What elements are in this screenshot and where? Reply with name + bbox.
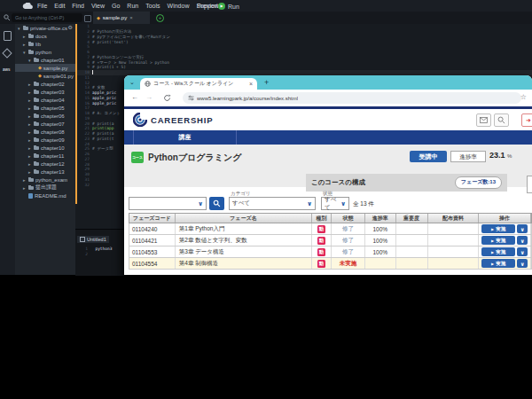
column-header-1[interactable]: フェーズコード xyxy=(129,214,176,223)
tree-item-docs[interactable]: ▸docs xyxy=(15,32,75,40)
run-phase-button[interactable]: ▶実施 xyxy=(481,259,515,268)
tree-item-chapter09[interactable]: ▸chapter09 xyxy=(15,136,75,144)
browser-new-tab-icon[interactable]: + xyxy=(264,78,269,87)
row-expand-button[interactable]: ∨ xyxy=(517,236,528,245)
menu-item-find[interactable]: Find xyxy=(72,3,84,9)
tree-item-sample01.py[interactable]: ◆sample01.py xyxy=(15,72,75,80)
aws-icon[interactable]: aws xyxy=(3,67,11,72)
tree-item-chapter03[interactable]: ▸chapter03 xyxy=(15,88,75,96)
run-phase-button[interactable]: ▶実施 xyxy=(481,236,515,245)
table-row[interactable]: 01104553第3章 データ構造動修了100%▶実施∨ xyxy=(129,246,532,258)
menu-item-tools[interactable]: Tools xyxy=(145,3,160,9)
chevron-closed-icon: ▸ xyxy=(28,129,33,135)
run-button[interactable]: ▶ Run xyxy=(218,2,239,11)
preview-button[interactable]: Preview xyxy=(197,0,219,12)
tree-item-chapter06[interactable]: ▸chapter06 xyxy=(15,112,75,120)
outline-panel-icon[interactable] xyxy=(2,48,12,58)
forward-icon[interactable]: → xyxy=(145,93,153,101)
tab-sample-py[interactable]: ◆ sample.py × xyxy=(93,12,150,24)
category-select[interactable]: すべて ∨ xyxy=(229,197,316,210)
menu-item-file[interactable]: File xyxy=(37,3,47,9)
tree-item-chapter08[interactable]: ▸chapter08 xyxy=(15,128,75,136)
table-row[interactable]: 01104554第4章 制御構造動未実施▶実施∨ xyxy=(129,258,532,270)
reload-icon[interactable] xyxy=(163,94,171,102)
url-bar[interactable]: www5.learningpark.jp/a/course/index.shtm… xyxy=(183,92,521,104)
tree-item-private-office.cs[interactable]: ▾private-office.cs⚙ xyxy=(15,24,75,32)
tab-search-chevron-icon[interactable]: ⌄ xyxy=(129,79,135,86)
console-tab[interactable]: Untitled1 xyxy=(77,236,109,243)
line-number: 2 xyxy=(77,29,92,34)
python-file-icon: ◆ xyxy=(97,16,100,20)
menu-item-view[interactable]: View xyxy=(91,3,105,9)
cell-materials xyxy=(428,258,480,269)
tree-item-chapter11[interactable]: ▸chapter11 xyxy=(15,152,75,160)
column-header-2[interactable]: フェーズ名 xyxy=(176,214,312,223)
gear-icon[interactable]: ⚙ xyxy=(68,24,73,30)
tree-item-README.md[interactable]: README.md xyxy=(15,192,75,200)
menu-item-go[interactable]: Go xyxy=(112,3,120,9)
tree-item-label: docs xyxy=(35,34,47,39)
console-body[interactable]: 1 python32 xyxy=(75,246,127,256)
table-row[interactable]: 01104240第1章 Python入門動修了100%▶実施∨ xyxy=(129,223,532,235)
nav-item-kouza[interactable]: 講座 xyxy=(133,130,237,145)
row-expand-button[interactable]: ∨ xyxy=(517,259,528,268)
globe-icon xyxy=(145,81,151,87)
tree-item-chapter07[interactable]: ▸chapter07 xyxy=(15,120,75,128)
category-value: すべて xyxy=(232,200,250,207)
back-icon[interactable]: ← xyxy=(131,93,138,101)
column-header-5[interactable]: 進捗率 xyxy=(365,214,396,223)
code-text: # 変数 xyxy=(92,85,105,90)
logout-button[interactable]: ➜ xyxy=(521,113,532,127)
cell-phase-name: 第1章 Python入門 xyxy=(176,223,312,234)
tree-item-chapter02[interactable]: ▸chapter02 xyxy=(15,80,75,88)
column-header-8[interactable]: 操作 xyxy=(479,214,531,223)
run-phase-button[interactable]: ▶実施 xyxy=(481,224,515,233)
line-number: 13 xyxy=(77,85,92,90)
run-phase-label: 実施 xyxy=(496,261,505,267)
line-number: 19 xyxy=(77,116,92,121)
tree-item-提出課題[interactable]: ▸提出課題 xyxy=(15,184,75,192)
tree-item-chapter01[interactable]: ▾chapter01 xyxy=(15,56,75,64)
column-header-6[interactable]: 重要度 xyxy=(396,214,428,223)
table-row[interactable]: 01104421第2章 数値と文字列、変数動修了100%▶実施∨ xyxy=(129,235,532,246)
phase-count-pill: フェーズ数:13 xyxy=(455,176,502,189)
tree-item-python_exam[interactable]: ▸python_exam xyxy=(15,176,75,184)
folder-icon xyxy=(34,90,39,94)
tab-list-icon[interactable] xyxy=(84,15,91,22)
phase-search-select[interactable]: ∨ xyxy=(129,197,207,210)
tree-item-chapter05[interactable]: ▸chapter05 xyxy=(15,104,75,112)
tree-item-python[interactable]: ▾python xyxy=(15,48,75,56)
tree-item-chapter12[interactable]: ▸chapter12 xyxy=(15,160,75,168)
browser-tab-close-icon[interactable]: × xyxy=(249,81,253,87)
run-phase-button[interactable]: ▶実施 xyxy=(481,247,515,256)
table-search-button[interactable] xyxy=(209,197,224,210)
row-expand-button[interactable]: ∨ xyxy=(517,247,528,256)
column-header-4[interactable]: 状態 xyxy=(332,214,365,223)
tree-item-chapter13[interactable]: ▸chapter13 xyxy=(15,168,75,176)
search-button[interactable] xyxy=(494,113,509,127)
bookmark-star-icon[interactable]: ☆ xyxy=(520,93,527,101)
code-text: apple_pric xyxy=(92,101,116,106)
column-header-7[interactable]: 配布資料 xyxy=(428,214,480,223)
tree-item-chapter10[interactable]: ▸chapter10 xyxy=(15,144,75,152)
files-panel-icon[interactable] xyxy=(4,31,12,41)
browser-tab[interactable]: コース - Wisスクール オンライン × xyxy=(140,78,257,90)
course-status-button[interactable]: 受講中 xyxy=(410,151,447,162)
new-tab-icon[interactable]: + xyxy=(156,14,164,22)
tab-close-icon[interactable]: × xyxy=(129,15,133,20)
status-select[interactable]: すべて ∨ xyxy=(321,197,349,210)
code-text: # データ型 xyxy=(92,146,113,151)
mail-button[interactable] xyxy=(476,113,491,127)
tree-item-chapter04[interactable]: ▸chapter04 xyxy=(15,96,75,104)
tree-item-lib[interactable]: ▸lib xyxy=(15,40,75,48)
chevron-down-icon: ∨ xyxy=(198,200,203,207)
column-header-3[interactable]: 種別 xyxy=(312,214,332,223)
site-logo[interactable]: CAREERSHIP xyxy=(133,113,213,127)
menu-item-window[interactable]: Window xyxy=(168,3,190,9)
folder-icon xyxy=(34,122,39,126)
menu-item-run[interactable]: Run xyxy=(127,3,138,9)
row-expand-button[interactable]: ∨ xyxy=(517,224,528,233)
tree-item-sample.py[interactable]: ◆sample.py xyxy=(15,64,75,72)
menu-item-edit[interactable]: Edit xyxy=(54,3,65,9)
goto-anything-input[interactable]: Go to Anything (Ctrl-P) xyxy=(12,13,82,22)
